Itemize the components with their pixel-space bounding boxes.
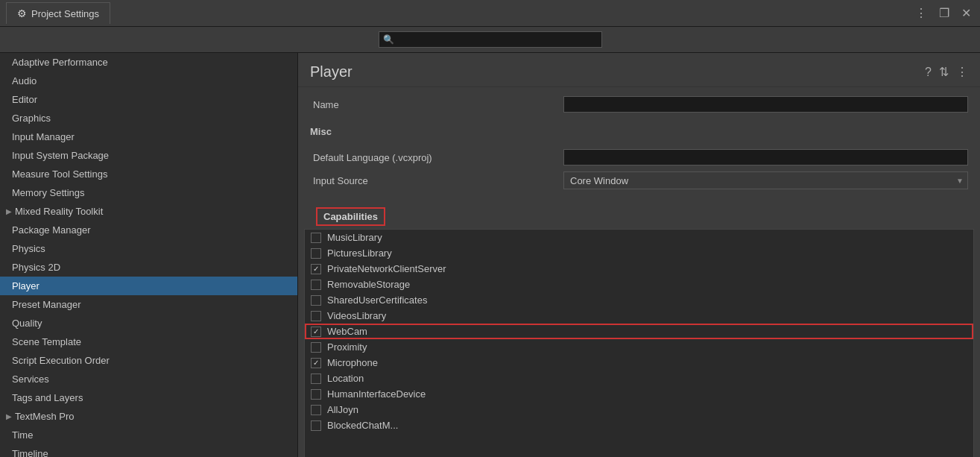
sidebar-item-label: Player: [12, 280, 39, 291]
default-language-row: Default Language (.vcxproj): [310, 146, 968, 168]
help-icon[interactable]: ?: [925, 66, 932, 79]
sidebar-item-physics-2d[interactable]: Physics 2D: [0, 258, 297, 277]
sidebar-item-label: Mixed Reality Toolkit: [15, 206, 103, 217]
capability-checkbox[interactable]: [311, 233, 321, 243]
sidebar-item-label: Tags and Layers: [12, 392, 83, 403]
sidebar-item-input-system-package[interactable]: Input System Package: [0, 146, 297, 165]
capability-checkbox[interactable]: [311, 420, 321, 431]
capability-item-sharedusercertificates[interactable]: SharedUserCertificates: [305, 292, 973, 308]
capability-checkbox[interactable]: [311, 280, 321, 290]
capability-checkbox[interactable]: [311, 389, 321, 400]
sidebar-item-quality[interactable]: Quality: [0, 314, 297, 332]
arrow-icon: ▶: [6, 207, 12, 215]
sidebar-item-input-manager[interactable]: Input Manager: [0, 127, 297, 146]
capability-label: HumanInterfaceDevice: [327, 388, 426, 400]
sidebar-item-graphics[interactable]: Graphics: [0, 109, 297, 127]
sidebar-item-label: Quality: [12, 318, 42, 329]
sidebar-item-scene-template[interactable]: Scene Template: [0, 332, 297, 351]
sidebar-item-services[interactable]: Services: [0, 370, 297, 388]
misc-section: Default Language (.vcxproj) Input Source…: [298, 140, 980, 198]
capabilities-header-wrapper: Capabilities: [298, 198, 980, 229]
sidebar-item-memory-settings[interactable]: Memory Settings: [0, 183, 297, 202]
capability-item-webcam[interactable]: ✓WebCam: [305, 324, 973, 339]
title-bar-tab[interactable]: ⚙ Project Settings: [6, 2, 110, 24]
capability-item-microphone[interactable]: ✓Microphone: [305, 355, 973, 371]
capability-item-alljoyn[interactable]: AllJoyn: [305, 402, 973, 417]
capability-item-proximity[interactable]: Proximity: [305, 339, 973, 355]
input-source-row: Input Source Core Window Independent Inp…: [310, 168, 968, 192]
sidebar-item-label: Package Manager: [12, 224, 91, 236]
sidebar-item-label: Input Manager: [12, 131, 75, 142]
search-wrapper: 🔍: [379, 31, 602, 48]
input-source-select[interactable]: Core Window Independent Input Source: [563, 171, 968, 189]
more-icon[interactable]: ⋮: [956, 65, 968, 79]
sidebar-item-measure-tool-settings[interactable]: Measure Tool Settings: [0, 165, 297, 183]
capability-item-videoslibrary[interactable]: VideosLibrary: [305, 308, 973, 324]
sidebar-item-editor[interactable]: Editor: [0, 90, 297, 109]
gear-icon: ⚙: [17, 7, 27, 19]
sidebar-item-label: Memory Settings: [12, 187, 85, 198]
capability-checkbox[interactable]: [311, 342, 321, 353]
capability-item-pictureslibrary[interactable]: PicturesLibrary: [305, 245, 973, 261]
capability-label: WebCam: [327, 326, 367, 337]
sidebar-item-label: Input System Package: [12, 150, 109, 161]
sidebar-item-label: Audio: [12, 75, 37, 86]
capability-label: Proximity: [327, 341, 367, 353]
sidebar-item-label: Physics 2D: [12, 262, 60, 273]
capability-checkbox[interactable]: [311, 248, 321, 259]
capability-label: SharedUserCertificates: [327, 294, 427, 306]
capability-item-privatenetworkclientserver[interactable]: ✓PrivateNetworkClientServer: [305, 261, 973, 277]
sidebar-item-preset-manager[interactable]: Preset Manager: [0, 295, 297, 314]
default-language-input[interactable]: [563, 149, 968, 166]
capability-label: PicturesLibrary: [327, 248, 392, 259]
capability-checkbox[interactable]: [311, 311, 321, 321]
sidebar-item-package-manager[interactable]: Package Manager: [0, 221, 297, 239]
sidebar-item-script-execution-order[interactable]: Script Execution Order: [0, 351, 297, 370]
sidebar-item-label: Physics: [12, 243, 45, 254]
sidebar-item-label: Measure Tool Settings: [12, 168, 107, 180]
search-input[interactable]: [379, 31, 602, 48]
capabilities-list[interactable]: MusicLibraryPicturesLibrary✓PrivateNetwo…: [304, 229, 974, 457]
capability-item-blockedchatm...[interactable]: BlockedChatM...: [305, 417, 973, 433]
sidebar-item-player[interactable]: Player: [0, 277, 297, 295]
capability-label: MusicLibrary: [327, 232, 382, 243]
sidebar-item-audio[interactable]: Audio: [0, 72, 297, 90]
sidebar-item-textmesh-pro[interactable]: ▶TextMesh Pro: [0, 407, 297, 426]
sidebar-item-label: Scene Template: [12, 336, 81, 347]
capability-checkbox[interactable]: ✓: [311, 264, 321, 274]
capability-checkbox[interactable]: ✓: [311, 327, 321, 337]
name-section: Name: [298, 87, 980, 122]
maximize-icon[interactable]: ❐: [936, 4, 952, 22]
input-source-label: Input Source: [310, 175, 563, 186]
sidebar-item-label: Timeline: [12, 448, 48, 457]
capability-item-musiclibrary[interactable]: MusicLibrary: [305, 230, 973, 245]
capability-label: VideosLibrary: [327, 310, 386, 321]
close-icon[interactable]: ✕: [958, 4, 974, 22]
capability-checkbox[interactable]: [311, 405, 321, 415]
capability-label: AllJoyn: [327, 404, 358, 415]
sort-icon[interactable]: ⇅: [939, 65, 949, 79]
sidebar: Adaptive PerformanceAudioEditorGraphicsI…: [0, 53, 298, 457]
menu-icon[interactable]: ⋮: [912, 4, 930, 22]
sidebar-item-tags-and-layers[interactable]: Tags and Layers: [0, 388, 297, 407]
capability-checkbox[interactable]: ✓: [311, 358, 321, 368]
capability-checkbox[interactable]: [311, 374, 321, 384]
capability-item-humaninterfacedevice[interactable]: HumanInterfaceDevice: [305, 386, 973, 402]
sidebar-item-mixed-reality-toolkit[interactable]: ▶Mixed Reality Toolkit: [0, 202, 297, 221]
main-layout: Adaptive PerformanceAudioEditorGraphicsI…: [0, 53, 980, 457]
capability-item-location[interactable]: Location: [305, 371, 973, 386]
title-bar-controls: ⋮ ❐ ✕: [912, 4, 974, 22]
title-bar-label: Project Settings: [31, 8, 99, 19]
name-input[interactable]: [563, 96, 968, 113]
content-scroll[interactable]: Name Misc Default Language (.vcxproj) In…: [298, 87, 980, 457]
sidebar-item-physics[interactable]: Physics: [0, 239, 297, 258]
sidebar-item-adaptive-performance[interactable]: Adaptive Performance: [0, 53, 297, 72]
content-area: Player ? ⇅ ⋮ Name Misc Default Language …: [298, 53, 980, 457]
capability-checkbox[interactable]: [311, 295, 321, 306]
sidebar-item-label: Preset Manager: [12, 299, 81, 310]
sidebar-item-time[interactable]: Time: [0, 426, 297, 444]
sidebar-item-label: TextMesh Pro: [15, 411, 74, 422]
capability-item-removablestorage[interactable]: RemovableStorage: [305, 277, 973, 292]
sidebar-item-timeline[interactable]: Timeline: [0, 444, 297, 457]
capability-label: Location: [327, 373, 364, 384]
